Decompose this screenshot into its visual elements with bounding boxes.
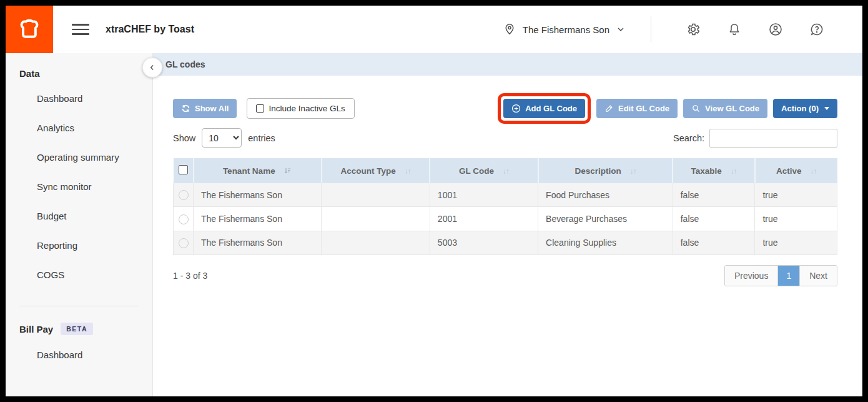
taxable-cell: false bbox=[673, 183, 755, 207]
page-size-select[interactable]: 10 bbox=[202, 128, 242, 148]
sidebar-item-operating-summary[interactable]: Operating summary bbox=[19, 143, 152, 172]
app-window: xtraCHEF by Toast The Fishermans Son bbox=[0, 0, 868, 402]
table-footer: 1 - 3 of 3 Previous 1 Next bbox=[173, 265, 837, 286]
select-all-checkbox[interactable] bbox=[179, 165, 188, 174]
page-1-button[interactable]: 1 bbox=[777, 266, 799, 286]
sidebar-item-budget[interactable]: Budget bbox=[19, 201, 152, 231]
column-header-gl-code[interactable]: GL Code ↓↑ bbox=[430, 158, 538, 183]
add-gl-code-label: Add GL Code bbox=[525, 104, 577, 113]
description-header-label: Description bbox=[575, 166, 621, 176]
row-select-cell bbox=[174, 207, 194, 231]
gl-code-header-label: GL Code bbox=[459, 166, 494, 176]
taxable-cell: false bbox=[673, 207, 755, 231]
column-header-description[interactable]: Description ↓↑ bbox=[538, 158, 673, 183]
sidebar-item-sync-monitor[interactable]: Sync monitor bbox=[19, 172, 152, 201]
red-highlight-annotation: Add GL Code bbox=[498, 93, 591, 124]
taxable-cell: false bbox=[673, 231, 755, 254]
search-magnifier-icon bbox=[691, 104, 701, 113]
active-cell: true bbox=[755, 207, 837, 231]
select-all-header-cell bbox=[174, 158, 194, 183]
column-header-account-type[interactable]: Account Type ↓↑ bbox=[322, 158, 430, 183]
notifications-bell-icon[interactable] bbox=[726, 21, 742, 38]
top-header-bar: xtraCHEF by Toast The Fishermans Son bbox=[6, 6, 862, 53]
sidebar-item-dashboard[interactable]: Dashboard bbox=[19, 84, 152, 113]
search-label: Search: bbox=[673, 133, 704, 143]
sidebar-collapse-button[interactable] bbox=[142, 58, 162, 78]
tenant-name-cell: The Fishermans Son bbox=[194, 183, 322, 207]
header-right-cluster: The Fishermans Son bbox=[503, 16, 837, 43]
tenant-name-cell: The Fishermans Son bbox=[194, 207, 322, 231]
location-selector[interactable]: The Fishermans Son bbox=[503, 23, 626, 36]
gl-code-cell: 1001 bbox=[430, 183, 538, 207]
active-header-label: Active bbox=[776, 166, 802, 176]
sort-both-icon: ↓↑ bbox=[629, 167, 636, 176]
search-control: Search: bbox=[673, 129, 837, 148]
sort-amount-desc-icon bbox=[284, 167, 292, 174]
show-all-button[interactable]: Show All bbox=[173, 99, 237, 118]
row-radio-button[interactable] bbox=[179, 214, 189, 224]
menu-hamburger-icon[interactable] bbox=[72, 24, 89, 35]
gl-code-cell: 5003 bbox=[430, 231, 538, 254]
account-user-icon[interactable] bbox=[767, 21, 784, 38]
row-radio-button[interactable] bbox=[179, 238, 189, 248]
edit-gl-code-button[interactable]: Edit GL Code bbox=[596, 99, 678, 118]
settings-gear-icon[interactable] bbox=[685, 21, 701, 38]
sidebar-section-data-label: Data bbox=[19, 68, 40, 79]
pagination-control: Previous 1 Next bbox=[724, 265, 837, 286]
add-gl-code-button[interactable]: Add GL Code bbox=[503, 99, 585, 118]
next-page-button[interactable]: Next bbox=[799, 266, 837, 286]
content-region: Data Dashboard Analytics Operating summa… bbox=[6, 53, 862, 396]
plus-circle-icon bbox=[511, 104, 521, 113]
column-header-active[interactable]: Active ↓↑ bbox=[755, 158, 837, 183]
sidebar-section-data: Data bbox=[19, 68, 152, 79]
tenant-name-cell: The Fishermans Son bbox=[194, 231, 322, 254]
page-title: GL codes bbox=[165, 59, 205, 69]
sidebar-nav: Data Dashboard Analytics Operating summa… bbox=[6, 53, 153, 396]
include-inactive-label: Include Inactive GLs bbox=[269, 104, 345, 113]
edit-gl-code-label: Edit GL Code bbox=[618, 104, 669, 113]
chevron-left-icon bbox=[148, 63, 157, 72]
entries-label: entries bbox=[248, 133, 275, 143]
toolbar: Show All Include Inactive GLs bbox=[173, 98, 837, 119]
sort-both-icon: ↓↑ bbox=[810, 167, 816, 176]
results-range-text: 1 - 3 of 3 bbox=[173, 271, 207, 281]
tenant-name-header-label: Tenant Name bbox=[223, 166, 275, 176]
action-dropdown-button[interactable]: Action (0) bbox=[773, 99, 837, 118]
page-title-bar: GL codes bbox=[153, 53, 862, 76]
previous-page-button[interactable]: Previous bbox=[725, 266, 777, 286]
account-type-cell bbox=[322, 183, 430, 207]
toast-logo[interactable] bbox=[6, 6, 53, 53]
column-header-tenant-name[interactable]: Tenant Name bbox=[194, 158, 322, 183]
row-radio-button[interactable] bbox=[179, 190, 189, 200]
table-row[interactable]: The Fishermans Son 5003 Cleaning Supplie… bbox=[174, 231, 837, 254]
table-row[interactable]: The Fishermans Son 2001 Beverage Purchas… bbox=[174, 207, 837, 231]
include-inactive-button[interactable]: Include Inactive GLs bbox=[247, 98, 354, 119]
column-header-taxable[interactable]: Taxable ↓↑ bbox=[673, 158, 755, 183]
show-label: Show bbox=[173, 133, 195, 143]
toast-bread-icon bbox=[16, 16, 43, 43]
caret-down-icon bbox=[824, 107, 829, 110]
active-cell: true bbox=[755, 183, 837, 207]
view-gl-code-button[interactable]: View GL Code bbox=[683, 99, 767, 118]
show-all-label: Show All bbox=[195, 104, 229, 113]
include-inactive-checkbox[interactable] bbox=[256, 104, 264, 113]
sidebar-item-billpay-dashboard[interactable]: Dashboard bbox=[19, 340, 152, 369]
active-cell: true bbox=[755, 231, 837, 254]
table-controls: Show 10 entries Search: bbox=[173, 128, 837, 148]
beta-badge: BETA bbox=[61, 323, 93, 335]
search-input[interactable] bbox=[709, 129, 837, 148]
description-cell: Cleaning Supplies bbox=[538, 231, 673, 254]
sidebar-item-analytics[interactable]: Analytics bbox=[19, 113, 152, 143]
gl-code-cell: 2001 bbox=[430, 207, 538, 231]
description-cell: Food Purchases bbox=[538, 183, 673, 207]
sidebar-section-bill-pay-label: Bill Pay bbox=[19, 324, 53, 334]
sort-both-icon: ↓↑ bbox=[503, 167, 509, 176]
sort-both-icon: ↓↑ bbox=[731, 167, 737, 176]
sidebar-item-cogs[interactable]: COGS bbox=[19, 260, 152, 289]
table-row[interactable]: The Fishermans Son 1001 Food Purchases f… bbox=[174, 183, 837, 207]
sidebar-item-reporting[interactable]: Reporting bbox=[19, 231, 152, 260]
taxable-header-label: Taxable bbox=[691, 166, 722, 176]
location-pin-icon bbox=[503, 23, 516, 36]
account-type-cell bbox=[322, 207, 430, 231]
help-icon[interactable] bbox=[809, 21, 825, 38]
